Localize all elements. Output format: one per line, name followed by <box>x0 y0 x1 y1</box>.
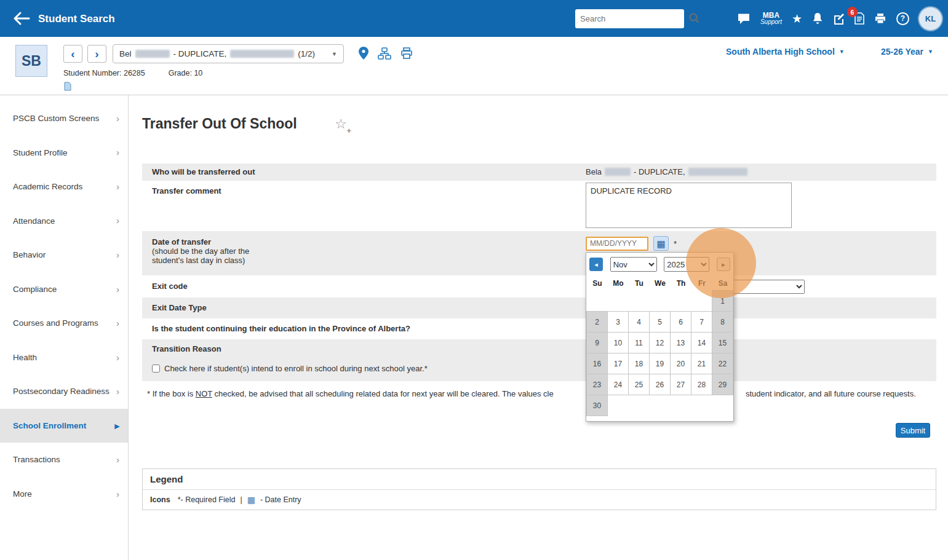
previous-student-button[interactable]: ‹ <box>63 45 82 63</box>
back-arrow-icon[interactable] <box>11 11 31 27</box>
calendar-day-cell[interactable]: 21 <box>691 353 712 374</box>
sidebar-item-attendance[interactable]: Attendance› <box>0 204 128 239</box>
calendar-day-cell[interactable]: 20 <box>670 353 691 374</box>
student-selector-dropdown[interactable]: Bel - DUPLICATE, (1/2) ▼ <box>113 44 344 63</box>
calendar-day-cell[interactable]: 13 <box>670 332 691 353</box>
calendar-empty-cell <box>650 291 671 312</box>
calendar-day-cell[interactable]: 29 <box>712 374 733 395</box>
calendar-day-cell[interactable]: 24 <box>607 374 629 395</box>
calendar-day-cell[interactable]: 8 <box>712 311 733 333</box>
calendar-day-cell[interactable]: 28 <box>691 374 712 395</box>
sidebar-item-student-profile[interactable]: Student Profile› <box>0 136 128 170</box>
print-student-icon[interactable] <box>400 47 413 61</box>
chevron-right-icon: › <box>116 317 119 329</box>
footnote: * If the box is NOT checked, be advised … <box>147 389 941 398</box>
sidebar-item-courses-and-programs[interactable]: Courses and Programs› <box>0 306 128 341</box>
chevron-right-icon: › <box>116 249 119 261</box>
favorites-star-icon[interactable]: ★ <box>792 12 802 26</box>
calendar-day-cell[interactable]: 3 <box>607 311 629 333</box>
chevron-right-icon: › <box>116 181 119 193</box>
sidebar-item-more[interactable]: More› <box>0 477 128 511</box>
calendar-empty-cell <box>691 395 712 416</box>
calendar-day-cell[interactable]: 27 <box>670 374 691 395</box>
top-nav-icons: MBA Support ★ 6 ? KL <box>737 0 942 37</box>
calendar-day-cell[interactable]: 6 <box>670 311 691 333</box>
transfer-comment-textarea[interactable]: DUPLICATE RECORD <box>586 183 792 228</box>
month-select[interactable]: Nov <box>610 257 657 272</box>
calendar-day-cell[interactable]: 16 <box>586 353 608 374</box>
enroll-next-year-checkbox[interactable] <box>152 365 160 373</box>
chevron-right-icon: › <box>116 215 119 227</box>
sidebar-item-transactions[interactable]: Transactions› <box>0 443 128 477</box>
submit-button[interactable]: Submit <box>896 423 930 438</box>
calendar-day-cell[interactable]: 30 <box>586 395 608 416</box>
calendar-day-cell[interactable]: 26 <box>649 374 671 395</box>
legend-panel: Legend Icons *- Required Field | ▦ - Dat… <box>142 468 936 510</box>
chat-icon[interactable] <box>737 13 751 25</box>
calendar-day-cell[interactable]: 1 <box>712 290 733 312</box>
calendar-picker-icon[interactable]: ▦ <box>653 236 669 251</box>
calendar-day-cell[interactable]: 14 <box>691 332 712 353</box>
calendar-day-cell[interactable]: 2 <box>586 311 608 333</box>
continuing-label: Is the student continuing their educatio… <box>152 324 410 333</box>
calendar-day-cell[interactable]: 25 <box>628 374 650 395</box>
hierarchy-icon[interactable] <box>378 47 391 61</box>
school-selector[interactable]: South Alberta High School ▼ <box>726 47 845 57</box>
location-pin-icon[interactable] <box>359 47 368 61</box>
sidebar-item-label: Behavior <box>13 250 46 259</box>
search-icon[interactable] <box>688 12 699 26</box>
notification-count-badge: 6 <box>847 7 858 17</box>
calendar-day-cell[interactable]: 9 <box>586 332 608 353</box>
calendar-day-cell[interactable]: 15 <box>712 332 733 353</box>
chevron-right-icon: › <box>116 454 119 466</box>
calendar-day-cell[interactable]: 19 <box>649 353 671 374</box>
student-meta: Student Number: 26285 Grade: 10 <box>63 69 202 77</box>
legend-icons-label: Icons <box>150 495 170 504</box>
calendar-empty-cell <box>691 291 712 312</box>
chevron-down-icon: ▼ <box>839 49 845 55</box>
sidebar-item-pscb-custom-screens[interactable]: PSCB Custom Screens› <box>0 101 128 136</box>
printer-icon[interactable] <box>874 13 886 24</box>
search-input[interactable] <box>580 14 688 23</box>
user-avatar[interactable]: KL <box>919 7 942 30</box>
sidebar-item-postsecondary-readiness[interactable]: Postsecondary Readiness› <box>0 374 128 409</box>
calendar-day-cell[interactable]: 23 <box>586 374 608 395</box>
sidebar-item-compliance[interactable]: Compliance› <box>0 272 128 307</box>
add-to-favorites-icon[interactable]: ☆+ <box>332 116 350 133</box>
date-of-transfer-input[interactable] <box>586 237 648 251</box>
date-picker-popup: ◂ Nov 2025 ▸ SuMoTuWeThFrSa 123456789101… <box>586 252 734 422</box>
legend-date-entry: - Date Entry <box>260 495 301 504</box>
calendar-day-cell[interactable]: 22 <box>712 353 733 374</box>
calendar-day-cell[interactable]: 7 <box>691 311 712 333</box>
enroll-next-year-label: Check here if student(s) intend to enrol… <box>164 364 428 373</box>
next-month-button[interactable]: ▸ <box>717 258 730 271</box>
screen: Student Search MBA Support ★ <box>0 0 948 560</box>
who-value: Bela - DUPLICATE, <box>586 167 747 176</box>
calendar-day-cell[interactable]: 18 <box>628 353 650 374</box>
calendar-day-cell[interactable]: 4 <box>628 311 650 333</box>
sidebar-item-behavior[interactable]: Behavior› <box>0 238 128 272</box>
redacted-name <box>688 168 747 176</box>
year-select[interactable]: 2025 <box>664 257 709 272</box>
reports-doc-icon[interactable]: 6 <box>854 12 864 25</box>
notifications-bell-icon[interactable] <box>812 12 823 25</box>
sidebar-item-school-enrollment[interactable]: School Enrollment▸ <box>0 409 128 443</box>
mba-support-logo[interactable]: MBA Support <box>760 12 782 25</box>
calendar-day-cell[interactable]: 17 <box>607 353 629 374</box>
calendar-day-cell[interactable]: 5 <box>649 311 671 333</box>
date-picker-header: ◂ Nov 2025 ▸ <box>586 255 733 276</box>
year-selector[interactable]: 25-26 Year ▼ <box>881 47 933 57</box>
next-student-button[interactable]: › <box>87 45 106 63</box>
sidebar-item-academic-records[interactable]: Academic Records› <box>0 170 128 204</box>
calendar-day-cell[interactable]: 10 <box>607 332 629 353</box>
calendar-empty-cell <box>712 395 733 416</box>
previous-month-button[interactable]: ◂ <box>589 258 603 271</box>
footnote-tail: student indicator, and all future course… <box>746 389 916 398</box>
calendar-empty-cell <box>608 291 629 312</box>
compose-icon[interactable] <box>833 13 845 25</box>
help-icon[interactable]: ? <box>896 12 909 25</box>
student-doc-icon[interactable] <box>64 82 71 93</box>
calendar-day-cell[interactable]: 11 <box>628 332 650 353</box>
calendar-day-cell[interactable]: 12 <box>649 332 671 353</box>
sidebar-item-health[interactable]: Health› <box>0 341 128 375</box>
